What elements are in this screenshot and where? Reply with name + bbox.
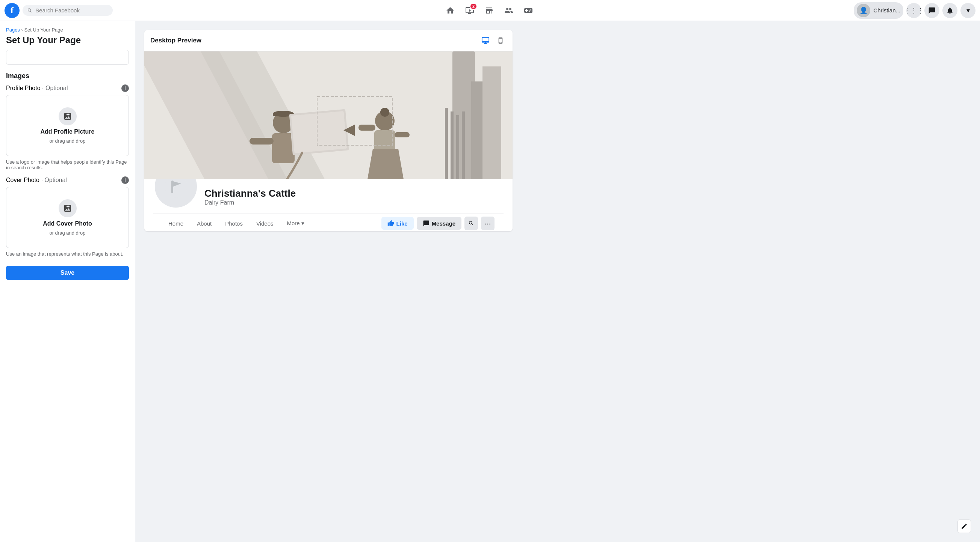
search-icon <box>27 8 32 14</box>
top-navigation: f 2 <box>0 0 980 21</box>
cover-photo-label: Cover Photo · Optional <box>6 177 67 184</box>
tab-photos[interactable]: Photos <box>219 216 249 231</box>
nav-right: 👤 Christian... ⋮⋮⋮ ▾ <box>854 2 975 19</box>
tab-videos[interactable]: Videos <box>250 216 280 231</box>
facebook-logo: f <box>5 3 19 18</box>
cover-photo-hint: Use an image that represents what this P… <box>6 251 129 257</box>
profile-photo-label: Profile Photo · Optional <box>6 85 68 92</box>
nav-left: f <box>5 3 125 18</box>
profile-photo-info-icon[interactable]: i <box>121 84 129 92</box>
page-nav-actions: Like Message ·· <box>382 217 495 230</box>
cover-illustration <box>144 51 512 179</box>
page-nav-tabs: Home About Photos Videos More ▾ <box>162 216 310 231</box>
user-profile-button[interactable]: 👤 Christian... <box>854 2 904 19</box>
add-profile-picture-label: Add Profile Picture <box>40 128 94 135</box>
images-section-title: Images <box>6 72 129 80</box>
profile-drag-drop-label: or drag and drop <box>49 138 85 144</box>
svg-rect-7 <box>450 111 453 179</box>
profile-info: Christianna's Cattle Dairy Farm <box>204 188 296 209</box>
page-more-button[interactable]: ··· <box>481 217 495 230</box>
cover-photo-section: Cover Photo · Optional i Add Cover Photo… <box>6 176 129 257</box>
cover-photo-upload-box[interactable]: Add Cover Photo or drag and drop <box>6 187 129 248</box>
nav-home-button[interactable] <box>441 2 459 19</box>
preview-card: Desktop Preview <box>144 30 512 231</box>
account-menu-button[interactable]: ▾ <box>961 3 975 18</box>
svg-rect-27 <box>171 181 173 193</box>
notifications-button[interactable] <box>942 3 958 18</box>
tab-more[interactable]: More ▾ <box>281 216 310 231</box>
svg-rect-14 <box>250 138 274 144</box>
save-button[interactable]: Save <box>6 266 129 280</box>
user-name-label: Christian... <box>873 7 900 14</box>
nav-marketplace-button[interactable] <box>480 2 498 19</box>
profile-photo-hint: Use a logo or image that helps people id… <box>6 159 129 170</box>
svg-rect-6 <box>445 108 448 179</box>
profile-photo-header: Profile Photo · Optional i <box>6 84 129 92</box>
svg-rect-9 <box>462 111 465 179</box>
content-area: Desktop Preview <box>135 21 980 542</box>
search-bar[interactable] <box>22 5 113 16</box>
cover-photo-preview <box>144 51 512 179</box>
cover-photo-header: Cover Photo · Optional i <box>6 176 129 184</box>
left-sidebar: Pages › Set Up Your Page Set Up Your Pag… <box>0 21 135 542</box>
add-photo-icon <box>59 107 76 125</box>
svg-marker-21 <box>368 149 404 179</box>
breadcrumb: Pages › Set Up Your Page <box>6 27 129 33</box>
mobile-view-button[interactable] <box>495 35 506 46</box>
svg-rect-5 <box>471 81 482 179</box>
svg-rect-13 <box>272 133 294 163</box>
page-name: Christianna's Cattle <box>204 188 296 199</box>
add-cover-photo-label: Add Cover Photo <box>43 220 92 227</box>
svg-rect-22 <box>358 125 375 131</box>
cover-drag-drop-label: or drag and drop <box>49 230 85 236</box>
main-layout: Pages › Set Up Your Page Set Up Your Pag… <box>0 21 980 542</box>
desktop-view-button[interactable] <box>479 35 492 46</box>
edit-button[interactable] <box>958 520 971 533</box>
search-input[interactable] <box>35 7 108 14</box>
svg-rect-17 <box>291 111 347 153</box>
tab-home[interactable]: Home <box>162 216 189 231</box>
tab-about[interactable]: About <box>191 216 218 231</box>
svg-rect-4 <box>482 67 501 179</box>
cover-photo-info-icon[interactable]: i <box>121 176 129 184</box>
page-name-input[interactable] <box>6 50 129 65</box>
breadcrumb-pages-link[interactable]: Pages <box>6 27 20 33</box>
svg-point-19 <box>380 108 389 117</box>
page-search-button[interactable] <box>465 217 478 230</box>
nav-watch-button[interactable]: 2 <box>461 2 479 19</box>
nav-gaming-button[interactable] <box>519 2 537 19</box>
like-button[interactable]: Like <box>382 217 414 230</box>
nav-center: 2 <box>128 2 851 19</box>
profile-photo-upload-box[interactable]: Add Profile Picture or drag and drop <box>6 95 129 156</box>
user-avatar: 👤 <box>857 4 870 17</box>
preview-title: Desktop Preview <box>150 37 201 44</box>
apps-grid-button[interactable]: ⋮⋮⋮ <box>906 3 921 18</box>
message-button[interactable]: Message <box>417 217 461 230</box>
profile-photo-section: Profile Photo · Optional i Add Profile P… <box>6 84 129 170</box>
watch-badge: 2 <box>470 3 477 10</box>
preview-view-toggle <box>479 35 506 46</box>
messenger-button[interactable] <box>924 3 939 18</box>
nav-groups-button[interactable] <box>500 2 518 19</box>
page-nav: Home About Photos Videos More ▾ Like <box>153 214 504 231</box>
svg-rect-8 <box>456 115 459 179</box>
preview-header: Desktop Preview <box>144 30 512 51</box>
add-cover-icon <box>59 199 76 217</box>
page-title: Set Up Your Page <box>6 35 129 45</box>
svg-rect-23 <box>395 132 410 137</box>
page-category: Dairy Farm <box>204 199 296 206</box>
